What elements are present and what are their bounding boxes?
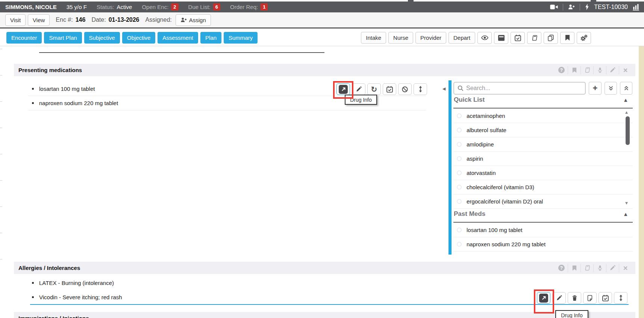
- order-req-badge[interactable]: 1: [261, 3, 268, 11]
- schedule-medication-button[interactable]: [383, 83, 396, 95]
- date-label: Date:: [91, 17, 106, 23]
- chart-book-button[interactable]: [527, 32, 541, 44]
- bookmark-section-button[interactable]: [568, 262, 580, 274]
- medication-name: naproxen sodium 220 mg tablet: [39, 100, 118, 106]
- allergy-row[interactable]: Vicodin - Severe itching; red rash: [28, 290, 592, 304]
- due-list-label: Due List:: [188, 4, 211, 10]
- due-list-badge[interactable]: 6: [213, 3, 220, 11]
- quick-list-collapse-caret[interactable]: ▲: [624, 98, 627, 102]
- lightning-bolt-icon[interactable]: [585, 4, 589, 10]
- renew-medication-button[interactable]: ↻: [367, 83, 381, 95]
- tab-subjective[interactable]: Subjective: [84, 32, 120, 44]
- allergy-text: LATEX - Burning (intolerance): [39, 280, 114, 286]
- tab-assessment[interactable]: Assessment: [158, 32, 198, 44]
- person-add-icon: [180, 17, 187, 23]
- scroll-up-arrow[interactable]: ▲: [625, 110, 628, 114]
- divider: [580, 4, 580, 11]
- video-camera-icon[interactable]: [550, 4, 558, 10]
- medication-search: [453, 82, 586, 95]
- note-icon: [587, 295, 592, 301]
- visit-button[interactable]: Visit: [5, 14, 26, 26]
- intake-button[interactable]: Intake: [361, 32, 386, 44]
- section-tab-bar: Encounter Smart Plan Subjective Objectiv…: [0, 30, 644, 46]
- tab-plan[interactable]: Plan: [200, 32, 221, 44]
- reorder-medication-button[interactable]: [414, 83, 427, 95]
- archive-button[interactable]: [494, 32, 508, 44]
- past-meds-rule: [453, 222, 633, 223]
- bookmark-button[interactable]: [560, 32, 574, 44]
- patient-age-sex: 35 y/o F: [67, 4, 87, 10]
- dictate-button[interactable]: [594, 262, 606, 274]
- help-button[interactable]: ?: [555, 64, 568, 76]
- plus-icon: +: [593, 84, 598, 92]
- provider-button[interactable]: Provider: [415, 32, 446, 44]
- open-enc-badge[interactable]: 2: [171, 3, 178, 11]
- collapse-panel-button[interactable]: ◀: [439, 83, 449, 94]
- pencil-icon: [356, 86, 362, 92]
- help-icon: ?: [558, 265, 565, 271]
- book-icon: [531, 35, 538, 41]
- quick-list-item[interactable]: atorvastatin: [453, 166, 633, 180]
- chart-book-section-button[interactable]: [581, 262, 593, 274]
- past-meds-collapse-caret[interactable]: ▲: [624, 212, 627, 217]
- panel-accent-bar: [449, 80, 452, 255]
- close-section-button[interactable]: ×: [619, 262, 632, 274]
- tab-summary[interactable]: Summary: [224, 32, 258, 44]
- quick-list-item[interactable]: cholecalciferol (vitamin D3): [453, 180, 633, 194]
- past-meds-item[interactable]: naproxen sodium 220 mg tablet: [453, 237, 633, 252]
- quick-list-item[interactable]: acetaminophen: [453, 109, 633, 123]
- scrollbar-thumb[interactable]: [626, 116, 630, 145]
- tab-encounter[interactable]: Encounter: [6, 32, 42, 44]
- reorder-allergy-button[interactable]: [614, 292, 627, 304]
- dictate-button[interactable]: [594, 64, 606, 76]
- add-medication-button[interactable]: +: [589, 82, 602, 95]
- edit-section-button[interactable]: [606, 262, 619, 274]
- edit-medication-button[interactable]: [352, 83, 365, 95]
- circle-slash-icon: [402, 86, 408, 92]
- gutter-tick: [0, 49, 2, 49]
- tab-smart-plan[interactable]: Smart Plan: [44, 32, 82, 44]
- page-scrollbar[interactable]: [639, 46, 644, 318]
- schedule-button[interactable]: [511, 32, 525, 44]
- search-input[interactable]: [466, 85, 582, 92]
- chart-book-section-button[interactable]: [581, 64, 593, 76]
- quick-list-title: Quick List: [454, 96, 485, 104]
- depart-button[interactable]: Depart: [449, 32, 475, 44]
- note-allergy-button[interactable]: [583, 292, 597, 304]
- schedule-allergy-button[interactable]: [599, 292, 612, 304]
- past-meds-item[interactable]: losartan 100 mg tablet: [453, 223, 633, 237]
- close-section-button[interactable]: ×: [619, 64, 632, 76]
- bookmark-section-button[interactable]: [568, 64, 580, 76]
- edit-allergy-button[interactable]: [552, 292, 566, 304]
- allergy-row[interactable]: LATEX - Burning (intolerance): [28, 276, 592, 290]
- discontinue-medication-button[interactable]: [398, 83, 412, 95]
- expand-all-button[interactable]: [620, 82, 632, 95]
- radio-dot: [457, 170, 462, 175]
- quick-list-item[interactable]: amlodipine: [453, 137, 633, 152]
- patient-name: SIMMONS, NICOLE: [5, 4, 57, 10]
- person-add-icon[interactable]: [568, 4, 575, 10]
- radio-dot: [457, 199, 462, 204]
- help-button[interactable]: ?: [555, 262, 568, 274]
- assign-button[interactable]: Assign: [176, 14, 211, 26]
- view-button[interactable]: View: [28, 14, 50, 26]
- collapse-all-button[interactable]: [605, 82, 617, 95]
- settings-button[interactable]: [577, 32, 591, 44]
- edit-section-button[interactable]: [606, 64, 619, 76]
- tab-objective[interactable]: Objective: [122, 32, 156, 44]
- bar-chart-icon[interactable]: [633, 3, 639, 11]
- quick-list-item[interactable]: ergocalciferol (vitamin D2) oral: [453, 194, 633, 209]
- radio-dot: [457, 113, 462, 118]
- bullet: [32, 102, 34, 104]
- quick-list-item[interactable]: albuterol sulfate: [453, 123, 633, 137]
- quick-list-item[interactable]: aspirin: [453, 152, 633, 166]
- eye-visibility-button[interactable]: [477, 32, 492, 44]
- patient-header-bar: SIMMONS, NICOLE 35 y/o F Status: Active …: [0, 2, 644, 12]
- gutter-tick: [0, 180, 2, 181]
- scroll-down-arrow[interactable]: ▼: [625, 201, 628, 205]
- nurse-button[interactable]: Nurse: [388, 32, 413, 44]
- status-label: Status:: [97, 4, 114, 10]
- order-req-label: Order Req:: [230, 4, 258, 10]
- delete-allergy-button[interactable]: [568, 292, 581, 304]
- copy-documents-button[interactable]: [544, 32, 558, 44]
